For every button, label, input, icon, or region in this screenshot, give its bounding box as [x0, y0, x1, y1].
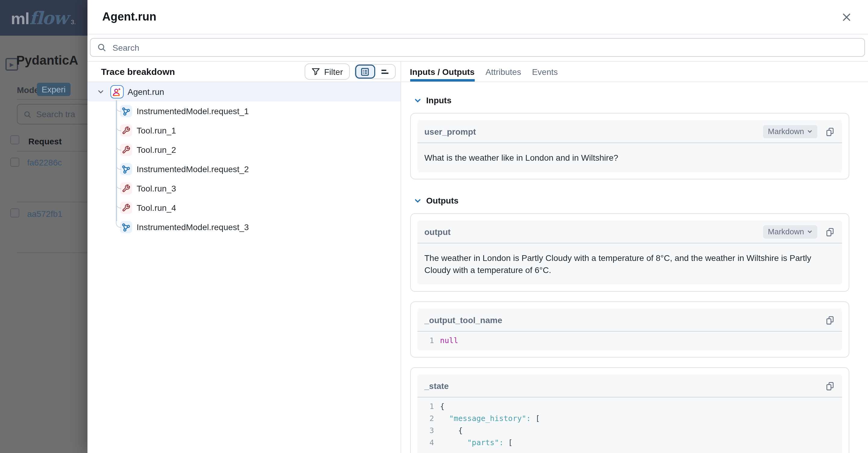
- close-icon[interactable]: [840, 10, 853, 24]
- state-card: _state 1{2 "message_history": [3 {4 "par…: [410, 367, 849, 453]
- field-name: _state: [424, 381, 825, 391]
- drawer-title: Agent.run: [102, 10, 156, 24]
- chevron-down-icon[interactable]: [97, 86, 103, 97]
- tree-row-instrumentedmodel-request-2[interactable]: InstrumentedModel.request_2: [87, 160, 400, 179]
- tree-row-tool-run-4[interactable]: Tool.run_4: [87, 198, 400, 218]
- row-checkbox[interactable]: [10, 208, 19, 218]
- funnel-icon: [312, 67, 320, 76]
- network-nodes-icon: [120, 163, 132, 175]
- line-number: 1: [424, 400, 434, 413]
- search-icon: [97, 43, 106, 52]
- trace-link[interactable]: aa572fb1: [27, 209, 62, 219]
- trace-detail-drawer: Agent.run Trace breakdown Filter: [87, 0, 868, 453]
- field-value: The weather in London is Partly Cloudy w…: [417, 244, 842, 284]
- tree-row-label: Agent.run: [128, 87, 164, 97]
- detail-content: Inputs user_prompt Markdown: [401, 82, 868, 453]
- line-number: 4: [424, 437, 434, 449]
- divider: [17, 252, 95, 253]
- experiment-title: PydanticA: [16, 53, 78, 68]
- view-toggle-group: [354, 64, 395, 79]
- code-line-text: "message_history": [: [440, 413, 540, 425]
- copy-icon[interactable]: [825, 381, 835, 391]
- wrench-icon: [120, 182, 132, 195]
- chevron-down-icon: [414, 97, 421, 104]
- line-number: 3: [424, 425, 434, 437]
- detail-tabs: Inputs / OutputsAttributesEvents: [401, 62, 868, 82]
- tree-row-tool-run-1[interactable]: Tool.run_1: [87, 121, 400, 140]
- tree-row-instrumentedmodel-request-1[interactable]: InstrumentedModel.request_1: [87, 102, 400, 121]
- divider: [17, 202, 95, 202]
- row-checkbox[interactable]: [10, 158, 19, 167]
- tab-inputs-outputs[interactable]: Inputs / Outputs: [410, 62, 475, 82]
- tree-row-label: Tool.run_4: [136, 203, 176, 213]
- chevron-down-icon: [414, 197, 421, 204]
- wrench-icon: [120, 124, 132, 137]
- divider: [17, 151, 95, 151]
- tree-row-label: InstrumentedModel.request_3: [136, 222, 249, 232]
- trace-link[interactable]: fa62286c: [27, 158, 62, 167]
- wrench-icon: [120, 202, 132, 214]
- code-line-text: {: [440, 400, 444, 413]
- tree-row-instrumentedmodel-request-3[interactable]: InstrumentedModel.request_3: [87, 218, 400, 237]
- output-card: output Markdown The weather in London is…: [410, 213, 849, 292]
- tree-row-tool-run-3[interactable]: Tool.run_3: [87, 179, 400, 198]
- inputs-section-header[interactable]: Inputs: [414, 95, 849, 105]
- filter-button[interactable]: Filter: [305, 63, 349, 80]
- format-value: Markdown: [768, 227, 804, 236]
- code-line-text: null: [440, 335, 458, 347]
- tree-row-label: InstrumentedModel.request_2: [136, 164, 249, 174]
- logo-flow: flow: [29, 7, 68, 28]
- chevron-down-icon: [807, 229, 812, 234]
- trace-breakdown-panel: Trace breakdown Filter: [87, 62, 401, 453]
- gantt-view-toggle[interactable]: [375, 65, 395, 79]
- section-title: Inputs: [426, 95, 452, 105]
- copy-icon[interactable]: [825, 126, 835, 136]
- span-tree: Agent.run InstrumentedModel.request_1Too…: [87, 82, 400, 453]
- line-number: 2: [424, 413, 434, 425]
- drawer-search-input[interactable]: [90, 38, 865, 57]
- field-name: user_prompt: [424, 126, 763, 136]
- chevron-down-icon: [807, 129, 812, 134]
- logo-version: 3.: [71, 19, 76, 25]
- format-select[interactable]: Markdown: [763, 225, 817, 238]
- filter-label: Filter: [324, 67, 343, 77]
- network-nodes-icon: [120, 105, 132, 117]
- format-select[interactable]: Markdown: [763, 125, 817, 138]
- output-tool-name-card: _output_tool_name 1null: [410, 302, 849, 358]
- search-placeholder: Search tra: [36, 109, 75, 119]
- logo-ml: ml: [11, 9, 29, 28]
- section-title: Outputs: [426, 196, 459, 205]
- code-line-text: {: [440, 425, 463, 437]
- search-input: [111, 42, 864, 53]
- field-name: _output_tool_name: [424, 315, 825, 324]
- tree-row-label: Tool.run_1: [136, 125, 176, 135]
- column-header-request: Request: [28, 137, 62, 146]
- gantt-bars-icon: [380, 67, 390, 77]
- line-number: 1: [424, 335, 434, 347]
- copy-icon[interactable]: [825, 227, 835, 236]
- tree-row-tool-run-2[interactable]: Tool.run_2: [87, 140, 400, 160]
- tree-view-toggle[interactable]: [355, 65, 375, 79]
- select-all-checkbox[interactable]: [10, 135, 19, 144]
- code-block: 1null: [417, 332, 842, 350]
- agent-sparkle-icon: [110, 85, 123, 98]
- tree-row-label: Tool.run_3: [136, 183, 176, 193]
- mlflow-logo[interactable]: ml flow 3.: [11, 7, 76, 28]
- tree-row-label: Tool.run_2: [136, 145, 176, 154]
- drawer-header: Agent.run: [87, 0, 868, 34]
- search-icon: [24, 110, 31, 118]
- format-value: Markdown: [768, 127, 804, 136]
- trace-breakdown-heading: Trace breakdown: [101, 66, 305, 77]
- outputs-section-header[interactable]: Outputs: [414, 196, 849, 205]
- list-details-icon: [360, 67, 370, 77]
- tab-events[interactable]: Events: [532, 62, 558, 82]
- tab-experiments[interactable]: Experi: [37, 83, 70, 96]
- tab-attributes[interactable]: Attributes: [486, 62, 521, 82]
- field-value: What is the weather like in London and i…: [417, 143, 842, 172]
- code-block: 1{2 "message_history": [3 {4 "parts": [: [417, 397, 842, 452]
- tree-row-agent-run[interactable]: Agent.run: [87, 82, 400, 102]
- tree-row-label: InstrumentedModel.request_1: [136, 106, 249, 116]
- drawer-search-wrap: [87, 34, 868, 62]
- copy-icon[interactable]: [825, 315, 835, 324]
- divider: [17, 99, 95, 100]
